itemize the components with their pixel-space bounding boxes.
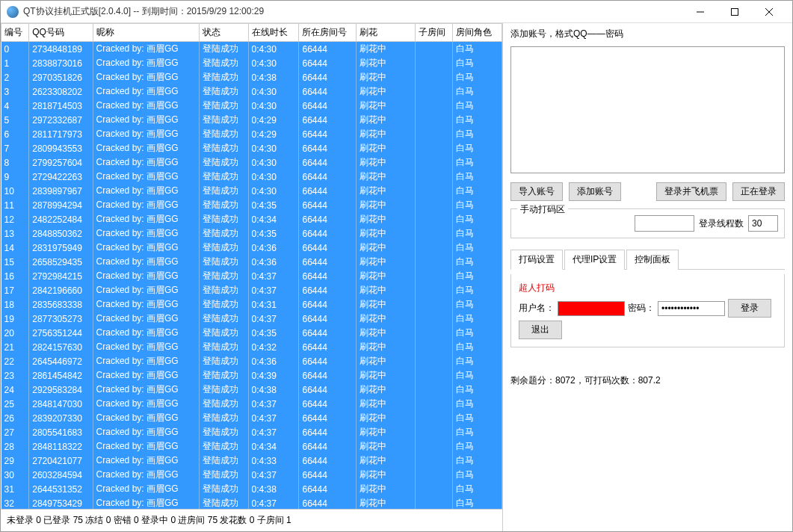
table-row[interactable]: 72809943553Cracked by: 画眉GG登陆成功0:4:30664…	[1, 141, 502, 155]
table-row[interactable]: 32623308202Cracked by: 画眉GG登陆成功0:4:30664…	[1, 84, 502, 99]
minimize-button[interactable]	[683, 1, 718, 23]
maximize-button[interactable]	[718, 1, 752, 23]
table-cell	[415, 368, 452, 383]
table-row[interactable]: 292720421077Cracked by: 画眉GG登陆成功0:4:3366…	[1, 454, 502, 468]
table-cell: 刷花中	[357, 368, 416, 383]
coder-login-button[interactable]: 登录	[728, 299, 771, 318]
svg-rect-1	[732, 8, 738, 15]
table-cell: 白马	[453, 226, 502, 241]
table-row[interactable]: 102839897967Cracked by: 画眉GG登陆成功0:4:3066…	[1, 184, 502, 198]
table-row[interactable]: 202756351244Cracked by: 画眉GG登陆成功0:4:3566…	[1, 326, 502, 340]
column-header[interactable]: 子房间	[415, 24, 452, 42]
table-row[interactable]: 22970351826Cracked by: 画眉GG登陆成功0:4:38664…	[1, 70, 502, 84]
table-row[interactable]: 12838873016Cracked by: 画眉GG登陆成功0:4:30664…	[1, 56, 502, 70]
table-cell: 66444	[299, 454, 357, 468]
table-row[interactable]: 282848118322Cracked by: 画眉GG登陆成功0:4:3466…	[1, 439, 502, 454]
tab-proxy-settings[interactable]: 代理IP设置	[564, 250, 625, 270]
table-cell: 15	[1, 255, 29, 269]
table-row[interactable]: 172842196660Cracked by: 画眉GG登陆成功0:4:3766…	[1, 283, 502, 297]
table-cell	[415, 283, 452, 297]
column-header[interactable]: 编号	[1, 24, 29, 42]
column-header[interactable]: 昵称	[93, 24, 199, 42]
table-row[interactable]: 132848850362Cracked by: 画眉GG登陆成功0:4:3566…	[1, 226, 502, 241]
table-cell: Cracked by: 画眉GG	[93, 155, 199, 170]
accounts-textarea[interactable]	[510, 46, 785, 173]
table-row[interactable]: 162792984215Cracked by: 画眉GG登陆成功0:4:3766…	[1, 269, 502, 283]
table-cell: 2877305273	[29, 312, 93, 326]
username-input[interactable]	[558, 301, 625, 316]
table-cell: 刷花中	[357, 255, 416, 269]
tab-code-settings[interactable]: 打码设置	[510, 250, 563, 270]
table-row[interactable]: 252848147030Cracked by: 画眉GG登陆成功0:4:3766…	[1, 397, 502, 411]
table-cell: 31	[1, 482, 29, 496]
table-row[interactable]: 112878994294Cracked by: 画眉GG登陆成功0:4:3566…	[1, 198, 502, 212]
table-cell	[415, 226, 452, 241]
table-row[interactable]: 62811717973Cracked by: 画眉GG登陆成功0:4:29664…	[1, 127, 502, 141]
column-header[interactable]: 所在房间号	[299, 24, 357, 42]
captcha-input[interactable]	[635, 215, 694, 232]
table-row[interactable]: 02734848189Cracked by: 画眉GG登陆成功0:4:30664…	[1, 42, 502, 57]
table-cell: 登陆成功	[199, 326, 248, 340]
table-row[interactable]: 272805541683Cracked by: 画眉GG登陆成功0:4:3766…	[1, 425, 502, 439]
coder-logout-button[interactable]: 退出	[519, 321, 562, 339]
column-header[interactable]: QQ号码	[29, 24, 93, 42]
table-row[interactable]: 302603284594Cracked by: 画眉GG登陆成功0:4:3766…	[1, 468, 502, 482]
table-row[interactable]: 262839207330Cracked by: 画眉GG登陆成功0:4:3766…	[1, 411, 502, 425]
table-cell: 2623308202	[29, 84, 93, 99]
add-accounts-button[interactable]: 添加账号	[569, 182, 621, 201]
login-fly-button[interactable]: 登录并飞机票	[656, 182, 726, 201]
table-row[interactable]: 42818714503Cracked by: 画眉GG登陆成功0:4:30664…	[1, 99, 502, 113]
table-cell: 0:4:32	[248, 340, 299, 354]
table-cell: 0:4:37	[248, 468, 299, 482]
table-cell: 刷花中	[357, 70, 416, 84]
table-row[interactable]: 232861454842Cracked by: 画眉GG登陆成功0:4:3966…	[1, 368, 502, 383]
table-row[interactable]: 322849753429Cracked by: 画眉GG登陆成功0:4:3766…	[1, 496, 502, 509]
accounts-table[interactable]: 编号QQ号码昵称状态在线时长所在房间号刷花子房间房间角色 02734848189…	[1, 23, 502, 509]
table-cell: Cracked by: 画眉GG	[93, 468, 199, 482]
table-cell	[415, 439, 452, 454]
table-cell: 0:4:38	[248, 70, 299, 84]
table-row[interactable]: 192877305273Cracked by: 画眉GG登陆成功0:4:3766…	[1, 312, 502, 326]
threads-input[interactable]	[748, 215, 778, 232]
table-cell: 66444	[299, 283, 357, 297]
table-row[interactable]: 142831975949Cracked by: 画眉GG登陆成功0:4:3666…	[1, 241, 502, 255]
table-cell: 刷花中	[357, 383, 416, 397]
table-cell: 白马	[453, 468, 502, 482]
table-row[interactable]: 152658529435Cracked by: 画眉GG登陆成功0:4:3666…	[1, 255, 502, 269]
password-input[interactable]	[658, 301, 725, 316]
table-row[interactable]: 222645446972Cracked by: 画眉GG登陆成功0:4:3666…	[1, 354, 502, 368]
column-header[interactable]: 在线时长	[248, 24, 299, 42]
table-row[interactable]: 242929583284Cracked by: 画眉GG登陆成功0:4:3866…	[1, 383, 502, 397]
table-row[interactable]: 312644531352Cracked by: 画眉GG登陆成功0:4:3866…	[1, 482, 502, 496]
import-accounts-button[interactable]: 导入账号	[510, 182, 563, 201]
table-cell: 0:4:39	[248, 368, 299, 383]
status-bar: 未登录 0 已登录 75 冻结 0 密错 0 登录中 0 进房间 75 发花数 …	[1, 509, 502, 531]
table-cell: 登陆成功	[199, 383, 248, 397]
table-cell: 10	[1, 184, 29, 198]
tab-control-panel[interactable]: 控制面板	[626, 250, 679, 270]
logging-in-button[interactable]: 正在登录	[732, 182, 785, 201]
table-cell: 66444	[299, 368, 357, 383]
table-row[interactable]: 122482252484Cracked by: 画眉GG登陆成功0:4:3466…	[1, 212, 502, 226]
table-row[interactable]: 182835683338Cracked by: 画眉GG登陆成功0:4:3166…	[1, 297, 502, 312]
table-row[interactable]: 212824157630Cracked by: 画眉GG登陆成功0:4:3266…	[1, 340, 502, 354]
column-header[interactable]: 房间角色	[453, 24, 502, 42]
close-button[interactable]	[752, 1, 786, 23]
table-cell: 2811717973	[29, 127, 93, 141]
table-cell: 登陆成功	[199, 340, 248, 354]
column-header[interactable]: 刷花	[357, 24, 416, 42]
table-cell: 刷花中	[357, 482, 416, 496]
table-cell: 刷花中	[357, 340, 416, 354]
table-cell: 25	[1, 397, 29, 411]
table-cell: 白马	[453, 354, 502, 368]
table-cell: Cracked by: 画眉GG	[93, 99, 199, 113]
table-cell	[415, 42, 452, 57]
table-row[interactable]: 92729422263Cracked by: 画眉GG登陆成功0:4:30664…	[1, 170, 502, 184]
table-cell: 66444	[299, 113, 357, 127]
table-cell	[415, 184, 452, 198]
table-cell: 66444	[299, 482, 357, 496]
column-header[interactable]: 状态	[199, 24, 248, 42]
accounts-table-wrap[interactable]: 编号QQ号码昵称状态在线时长所在房间号刷花子房间房间角色 02734848189…	[1, 23, 502, 509]
table-row[interactable]: 52972332687Cracked by: 画眉GG登陆成功0:4:29664…	[1, 113, 502, 127]
table-row[interactable]: 82799257604Cracked by: 画眉GG登陆成功0:4:30664…	[1, 155, 502, 170]
